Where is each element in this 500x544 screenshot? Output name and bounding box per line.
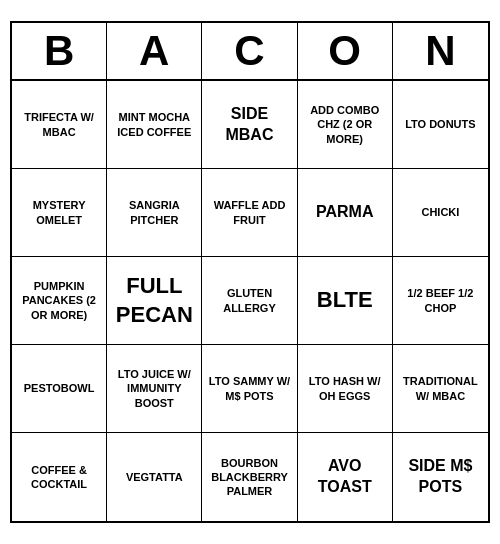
bingo-cell-10: PUMPKIN PANCAKES (2 OR MORE)	[12, 257, 107, 345]
bingo-cell-18: LTO HASH W/ OH EGGS	[298, 345, 393, 433]
bingo-cell-5: MYSTERY OMELET	[12, 169, 107, 257]
bingo-card: BACON TRIFECTA W/ MBACMINT MOCHA ICED CO…	[10, 21, 490, 523]
header-letter-o: O	[298, 23, 393, 79]
header-letter-b: B	[12, 23, 107, 79]
bingo-cell-16: LTO JUICE W/ IMMUNITY BOOST	[107, 345, 202, 433]
bingo-cell-20: COFFEE & COCKTAIL	[12, 433, 107, 521]
bingo-cell-24: SIDE M$ POTS	[393, 433, 488, 521]
bingo-cell-2: SIDE MBAC	[202, 81, 297, 169]
bingo-cell-0: TRIFECTA W/ MBAC	[12, 81, 107, 169]
bingo-cell-15: PESTOBOWL	[12, 345, 107, 433]
bingo-cell-7: WAFFLE ADD FRUIT	[202, 169, 297, 257]
bingo-cell-19: TRADITIONAL W/ MBAC	[393, 345, 488, 433]
header-letter-n: N	[393, 23, 488, 79]
header-letter-c: C	[202, 23, 297, 79]
bingo-cell-12: GLUTEN ALLERGY	[202, 257, 297, 345]
bingo-cell-4: LTO DONUTS	[393, 81, 488, 169]
bingo-cell-13: BLTE	[298, 257, 393, 345]
bingo-cell-6: SANGRIA PITCHER	[107, 169, 202, 257]
bingo-header: BACON	[12, 23, 488, 81]
bingo-cell-3: ADD COMBO CHZ (2 OR MORE)	[298, 81, 393, 169]
bingo-cell-23: AVO TOAST	[298, 433, 393, 521]
bingo-cell-8: PARMA	[298, 169, 393, 257]
bingo-cell-9: CHICKI	[393, 169, 488, 257]
bingo-grid: TRIFECTA W/ MBACMINT MOCHA ICED COFFEESI…	[12, 81, 488, 521]
header-letter-a: A	[107, 23, 202, 79]
bingo-cell-17: LTO SAMMY W/ M$ POTS	[202, 345, 297, 433]
bingo-cell-22: BOURBON BLACKBERRY PALMER	[202, 433, 297, 521]
bingo-cell-21: VEGTATTA	[107, 433, 202, 521]
bingo-cell-1: MINT MOCHA ICED COFFEE	[107, 81, 202, 169]
bingo-cell-14: 1/2 BEEF 1/2 CHOP	[393, 257, 488, 345]
bingo-cell-11: FULL PECAN	[107, 257, 202, 345]
